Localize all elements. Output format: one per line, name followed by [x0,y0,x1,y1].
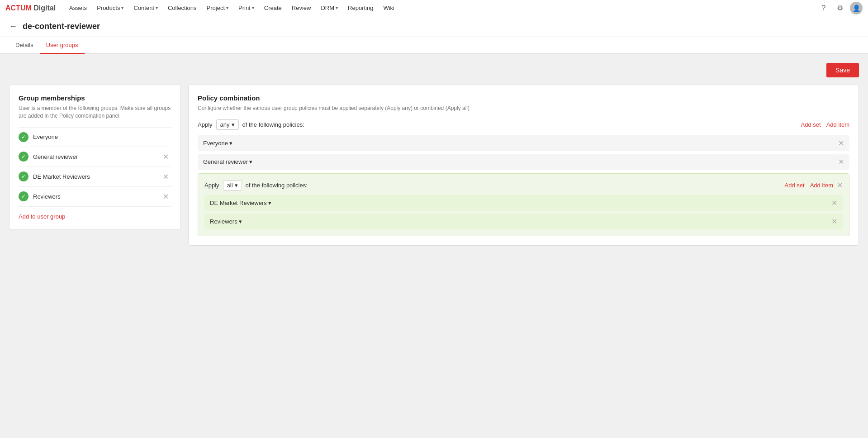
nav-products[interactable]: Products ▾ [92,0,128,16]
brand-actum: ACTUM [5,4,32,12]
group-name: General reviewer [33,153,160,160]
group-list: ✓ Everyone ✓ General reviewer ✕ ✓ DE Mar… [19,127,171,207]
nested-policy-item-close-button[interactable]: ✕ [831,217,837,226]
policy-panel-description: Configure whether the various user group… [198,105,849,112]
policy-text: of the following policies: [242,121,801,128]
apply-value: any [220,121,230,128]
page-title: de-content-reviewer [23,22,100,31]
panel-title: Group memberships [19,94,171,102]
chevron-down-icon: ▾ [268,200,271,206]
page-header: ← de-content-reviewer [0,16,868,37]
apply-dropdown[interactable]: any ▾ [216,119,239,130]
add-item-link[interactable]: Add item [826,121,849,128]
nested-add-item-link[interactable]: Add item [810,182,833,189]
group-name: Reviewers [33,193,160,200]
nav-review[interactable]: Review [287,0,316,16]
panels-row: Group memberships User is a member of th… [9,85,859,246]
policy-item-dropdown[interactable]: Everyone ▾ [203,140,232,147]
back-button[interactable]: ← [9,22,17,31]
policy-item-close-button[interactable]: ✕ [838,139,844,148]
top-navigation: ACTUM Digital Assets Products ▾ Content … [0,0,868,16]
user-avatar-button[interactable]: 👤 [850,2,863,14]
policy-item-everyone: Everyone ▾ ✕ [198,135,849,151]
policy-item-dropdown[interactable]: General reviewer ▾ [203,158,252,165]
policy-item-label: Everyone ▾ [203,140,835,147]
group-name: DE Market Reviewers [33,173,160,180]
chevron-down-icon: ▾ [252,5,254,10]
chevron-down-icon: ▾ [239,218,242,225]
nav-create[interactable]: Create [260,0,286,16]
chevron-down-icon: ▾ [336,5,338,10]
check-icon: ✓ [19,191,28,201]
nav-items: Assets Products ▾ Content ▾ Collections … [65,0,817,16]
group-name: Everyone [33,133,171,140]
chevron-down-icon: ▾ [229,140,232,147]
chevron-down-icon: ▾ [232,121,235,128]
add-to-user-group-link[interactable]: Add to user group [19,213,65,220]
panel-description: User is a member of the following groups… [19,105,171,120]
nav-print[interactable]: Print ▾ [234,0,259,16]
nested-policy-set: Apply all ▾ of the following policies: A… [198,173,849,236]
top-apply-row: Apply any ▾ of the following policies: A… [198,119,849,130]
nested-policy-item-reviewers: Reviewers ▾ ✕ [204,214,843,229]
policy-item-label: General reviewer ▾ [203,158,835,165]
chevron-down-icon: ▾ [121,5,123,10]
brand-logo[interactable]: ACTUM Digital [5,4,56,12]
nested-policy-text: of the following policies: [246,182,785,189]
check-icon: ✓ [19,132,28,142]
chevron-down-icon: ▾ [249,158,252,165]
settings-button[interactable]: ⚙ [834,2,846,14]
save-row: Save [9,63,859,77]
policy-item-label: Reviewers ▾ [210,218,828,225]
group-memberships-panel: Group memberships User is a member of th… [9,85,181,229]
list-item: ✓ DE Market Reviewers ✕ [19,167,171,187]
nested-apply-label: Apply [204,182,219,189]
policy-item-general-reviewer: General reviewer ▾ ✕ [198,154,849,170]
policy-item-label: DE Market Reviewers ▾ [210,200,828,206]
chevron-down-icon: ▾ [235,182,238,189]
list-item: ✓ General reviewer ✕ [19,147,171,167]
chevron-down-icon: ▾ [156,5,158,10]
nested-add-set-link[interactable]: Add set [785,182,805,189]
list-item: ✓ Reviewers ✕ [19,187,171,207]
chevron-down-icon: ▾ [226,5,228,10]
nav-right-actions: ? ⚙ 👤 [817,2,863,14]
tab-user-groups[interactable]: User groups [40,37,85,54]
tabs-bar: Details User groups [0,37,868,54]
nested-apply-value: all [227,182,233,189]
tab-details[interactable]: Details [9,37,40,54]
remove-group-button[interactable]: ✕ [160,152,171,162]
policy-item-close-button[interactable]: ✕ [838,157,844,166]
save-button[interactable]: Save [826,63,859,77]
nav-wiki[interactable]: Wiki [379,0,399,16]
nav-project[interactable]: Project ▾ [202,0,233,16]
nested-set-close-button[interactable]: ✕ [837,181,843,190]
nav-reporting[interactable]: Reporting [343,0,378,16]
nested-policy-item-de-market: DE Market Reviewers ▾ ✕ [204,195,843,211]
nested-policy-item-dropdown[interactable]: DE Market Reviewers ▾ [210,200,271,206]
remove-group-button[interactable]: ✕ [160,191,171,202]
policy-combination-panel: Policy combination Configure whether the… [188,85,859,246]
brand-digital: Digital [32,4,56,12]
check-icon: ✓ [19,152,28,162]
nav-assets[interactable]: Assets [65,0,91,16]
remove-group-button[interactable]: ✕ [160,171,171,182]
list-item: ✓ Everyone [19,128,171,147]
nav-collections[interactable]: Collections [163,0,201,16]
nested-policy-item-dropdown[interactable]: Reviewers ▾ [210,218,242,225]
apply-label: Apply [198,121,213,128]
policy-panel-title: Policy combination [198,94,849,102]
nav-drm[interactable]: DRM ▾ [316,0,342,16]
nested-apply-row: Apply all ▾ of the following policies: A… [204,180,843,190]
nested-policy-item-close-button[interactable]: ✕ [831,199,837,207]
nav-content[interactable]: Content ▾ [129,0,162,16]
main-content: Save Group memberships User is a member … [0,54,868,255]
help-button[interactable]: ? [817,2,830,14]
add-set-link[interactable]: Add set [801,121,821,128]
check-icon: ✓ [19,171,28,181]
nested-apply-dropdown[interactable]: all ▾ [223,180,242,190]
